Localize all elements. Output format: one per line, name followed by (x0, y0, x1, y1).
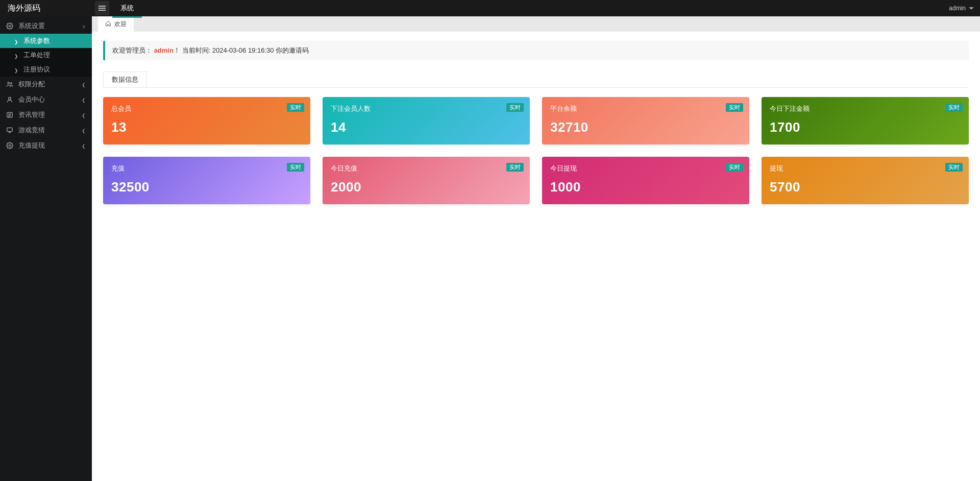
caret-down-icon (969, 7, 974, 10)
stat-card-value: 1000 (550, 179, 741, 195)
stat-card-title: 提现 (770, 164, 961, 173)
gear-icon (6, 22, 13, 30)
svg-point-2 (10, 83, 12, 84)
stat-card: 平台余额实时32710 (542, 97, 749, 145)
sidebar-item-label: 资讯管理 (18, 110, 45, 119)
stat-card-title: 平台余额 (550, 104, 741, 113)
welcome-username: admin (154, 46, 174, 54)
home-icon (105, 20, 111, 28)
tab-bar: 欢迎 (92, 16, 980, 32)
stat-card: 提现实时5700 (762, 157, 969, 204)
svg-rect-8 (7, 128, 13, 131)
stat-card-title: 今日提现 (550, 164, 741, 173)
welcome-time: 2024-03-06 19:16:30 (212, 46, 274, 54)
realtime-badge: 实时 (506, 103, 524, 112)
stat-card-title: 今日充值 (331, 164, 522, 173)
tab-welcome[interactable]: 欢迎 (98, 16, 134, 32)
sidebar-item-label: 充值提现 (18, 141, 45, 150)
stat-card-title: 下注会员人数 (331, 104, 522, 113)
stat-card: 今日充值实时2000 (323, 157, 530, 204)
stat-card: 今日下注金额实时1700 (762, 97, 969, 145)
realtime-badge: 实时 (726, 163, 743, 172)
chevron-left-icon (82, 128, 86, 133)
chevron-right-icon (14, 66, 18, 74)
stat-card: 下注会员人数实时14 (323, 97, 530, 145)
sidebar-item-label: 系统设置 (18, 21, 45, 31)
sidebar-subitem-label: 工单处理 (23, 51, 50, 60)
realtime-badge: 实时 (287, 163, 304, 172)
sidebar-item-label: 会员中心 (18, 95, 45, 104)
realtime-badge: 实时 (506, 163, 524, 172)
chevron-left-icon (82, 97, 86, 103)
stat-card-title: 今日下注金额 (770, 104, 961, 113)
stat-card-value: 1700 (770, 119, 961, 135)
sidebar-item[interactable]: 系统设置 (0, 18, 92, 34)
header-menu: 系统 (112, 0, 142, 16)
stat-card: 今日提现实时1000 (542, 157, 749, 204)
sidebar-item[interactable]: 会员中心 (0, 92, 92, 107)
realtime-badge: 实时 (945, 163, 963, 172)
sidebar-item[interactable]: 游戏竞猜 (0, 123, 92, 138)
chevron-right-icon (14, 52, 18, 59)
realtime-badge: 实时 (287, 103, 304, 112)
user-name: admin (949, 5, 966, 12)
chevron-left-icon (82, 112, 86, 118)
data-info-tab[interactable]: 数据信息 (103, 71, 147, 87)
monitor-icon (6, 127, 13, 134)
svg-point-1 (8, 82, 9, 84)
user-menu[interactable]: admin (949, 0, 980, 16)
user-icon (6, 96, 13, 103)
realtime-badge: 实时 (945, 103, 963, 112)
chevron-left-icon (82, 82, 86, 87)
stat-card-title: 充值 (111, 164, 302, 173)
sidebar-item[interactable]: 资讯管理 (0, 107, 92, 123)
welcome-banner: 欢迎管理员： admin！ 当前时间: 2024-03-06 19:16:30 … (103, 41, 969, 60)
brand-logo: 海外源码 (0, 0, 92, 16)
tab-label: 欢迎 (114, 20, 127, 29)
sidebar-subitem[interactable]: 注册协议 (0, 62, 92, 77)
sidebar-item-label: 权限分配 (18, 80, 45, 89)
sidebar-subitem-label: 注册协议 (23, 65, 50, 74)
sidebar-item[interactable]: 充值提现 (0, 138, 92, 153)
realtime-badge: 实时 (726, 103, 743, 112)
svg-point-0 (9, 25, 11, 27)
content-area: 欢迎管理员： admin！ 当前时间: 2024-03-06 19:16:30 … (92, 32, 980, 481)
hamburger-icon (99, 6, 106, 11)
sidebar-item[interactable]: 权限分配 (0, 77, 92, 92)
stat-card-value: 32710 (550, 119, 741, 135)
stat-card-value: 13 (111, 119, 302, 135)
sidebar-item-label: 游戏竞猜 (18, 126, 45, 135)
top-header: 海外源码 系统 admin (0, 0, 980, 16)
cards-grid: 总会员实时13下注会员人数实时14平台余额实时32710今日下注金额实时1700… (103, 87, 969, 204)
users-icon (6, 81, 13, 88)
stat-card-value: 32500 (111, 179, 302, 195)
sidebar: 系统设置系统参数工单处理注册协议权限分配会员中心资讯管理游戏竞猜充值提现 (0, 16, 92, 481)
chevron-left-icon (82, 143, 86, 149)
gear-icon (6, 142, 13, 149)
stat-card-value: 14 (331, 119, 522, 135)
news-icon (6, 111, 13, 118)
stat-card-value: 5700 (770, 179, 961, 195)
stat-card: 充值实时32500 (103, 157, 310, 204)
sidebar-toggle-button[interactable] (95, 1, 109, 15)
sidebar-subitem[interactable]: 工单处理 (0, 48, 92, 62)
stat-card-value: 2000 (331, 179, 522, 195)
sidebar-subitem[interactable]: 系统参数 (0, 34, 92, 48)
svg-point-11 (9, 145, 11, 147)
chevron-down-icon (82, 23, 86, 29)
stat-card-title: 总会员 (111, 104, 302, 113)
sidebar-subitem-label: 系统参数 (23, 36, 50, 45)
stat-card: 总会员实时13 (103, 97, 310, 145)
header-menu-item-system[interactable]: 系统 (112, 0, 142, 16)
chevron-right-icon (14, 37, 18, 45)
svg-point-3 (9, 97, 11, 100)
